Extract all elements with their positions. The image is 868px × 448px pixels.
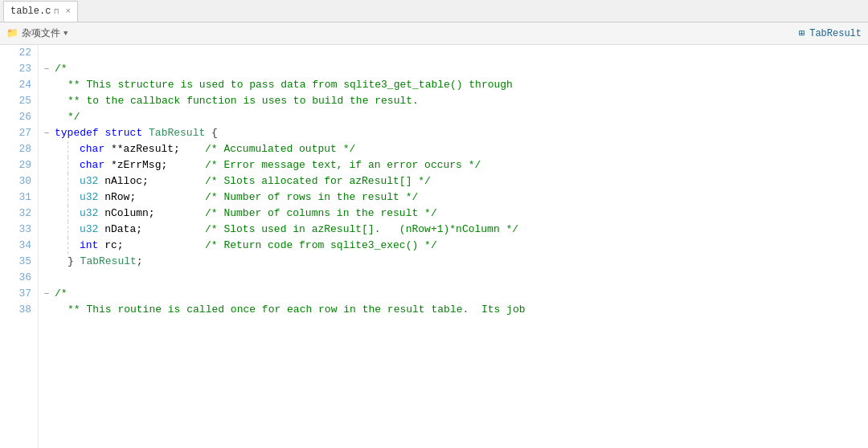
fold-30 [39, 173, 55, 189]
code-line-28: char **azResult; /* Accumulated output *… [39, 141, 868, 157]
line-num-24: 24 [3, 77, 31, 93]
fold-34 [39, 238, 55, 254]
code-line-26: */ [39, 109, 868, 125]
tab-filename: table.c [10, 6, 51, 17]
code-line-29: char *zErrMsg; /* Error message text, if… [39, 157, 868, 173]
line-num-30: 30 [3, 173, 31, 189]
fold-26 [39, 109, 55, 125]
fold-23[interactable]: − [39, 61, 55, 77]
folder-label: 杂项文件 [22, 26, 60, 40]
code-line-23: − /* [39, 61, 868, 77]
code-line-30: u32 nAlloc; /* Slots allocated for azRes… [39, 173, 868, 189]
line-num-31: 31 [3, 189, 31, 206]
line-num-28: 28 [3, 141, 31, 157]
fold-38 [39, 302, 55, 318]
line-num-25: 25 [3, 93, 31, 109]
line-num-36: 36 [3, 270, 31, 286]
line-num-23: 23 [3, 61, 31, 77]
line-num-26: 26 [3, 109, 31, 125]
line-num-38: 38 [3, 302, 31, 318]
fold-27[interactable]: − [39, 125, 55, 141]
line-num-27: 27 [3, 125, 31, 141]
fold-33 [39, 222, 55, 238]
editor-area: 22 23 24 25 26 27 28 29 30 31 32 33 34 3… [0, 45, 868, 448]
code-line-32: u32 nColumn; /* Number of columns in the… [39, 206, 868, 222]
code-area: − /* ** This structure is used to pass d… [39, 45, 868, 448]
pin-icon[interactable]: ⊓ [54, 6, 59, 16]
code-line-31: u32 nRow; /* Number of rows in the resul… [39, 189, 868, 206]
fold-35 [39, 254, 55, 270]
tab-bar: table.c ⊓ × [0, 0, 868, 22]
code-line-35: } TabResult; [39, 254, 868, 270]
line-num-35: 35 [3, 254, 31, 270]
toolbar-right: ⊞ TabResult [799, 27, 862, 39]
close-icon[interactable]: × [65, 6, 71, 16]
code-line-37: − /* [39, 286, 868, 302]
line-numbers: 22 23 24 25 26 27 28 29 30 31 32 33 34 3… [0, 45, 39, 448]
fold-22 [39, 45, 55, 61]
file-tab[interactable]: table.c ⊓ × [3, 1, 78, 22]
toolbar-left: 📁 杂项文件 ▼ [6, 26, 68, 40]
line-num-22: 22 [3, 45, 31, 61]
folder-icon: 📁 [6, 27, 18, 39]
code-line-36 [39, 270, 868, 286]
fold-32 [39, 206, 55, 222]
fold-28 [39, 141, 55, 157]
line-num-33: 33 [3, 222, 31, 238]
fold-36 [39, 270, 55, 286]
code-line-25: ** to the callback function is uses to b… [39, 93, 868, 109]
code-line-34: int rc; /* Return code from sqlite3_exec… [39, 238, 868, 254]
line-num-34: 34 [3, 238, 31, 254]
code-line-33: u32 nData; /* Slots used in azResult[]. … [39, 222, 868, 238]
nav-symbol-label: TabResult [809, 28, 862, 39]
fold-29 [39, 157, 55, 173]
nav-symbol-icon: ⊞ [799, 27, 805, 39]
line-num-37: 37 [3, 286, 31, 302]
code-line-24: ** This structure is used to pass data f… [39, 77, 868, 93]
toolbar: 📁 杂项文件 ▼ ⊞ TabResult [0, 22, 868, 45]
code-line-27: − typedef struct TabResult { [39, 125, 868, 141]
fold-25 [39, 93, 55, 109]
fold-31 [39, 189, 55, 206]
fold-24 [39, 77, 55, 93]
line-num-32: 32 [3, 206, 31, 222]
fold-37[interactable]: − [39, 286, 55, 302]
line-num-29: 29 [3, 157, 31, 173]
code-line-38: ** This routine is called once for each … [39, 302, 868, 318]
dropdown-arrow-icon[interactable]: ▼ [63, 30, 68, 38]
code-line-22 [39, 45, 868, 61]
